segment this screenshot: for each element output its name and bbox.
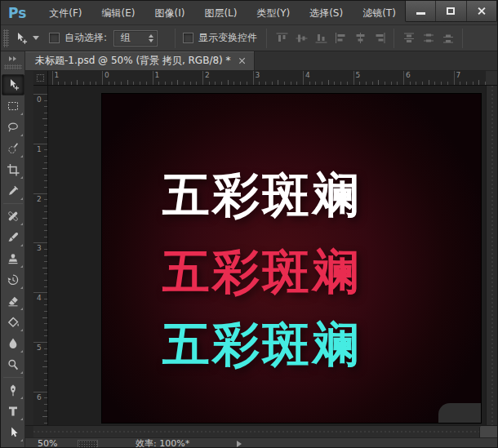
eyedropper-icon [7,184,20,197]
clone-stamp-icon [7,252,20,265]
tool-eraser[interactable] [2,291,24,312]
align-vertical-centers-icon [295,32,308,44]
double-arrow-icon [13,56,16,61]
move-icon [7,78,20,91]
tools-panel [1,51,25,448]
auto-select-target-dropdown[interactable]: 组 [113,30,158,47]
tool-brush[interactable] [2,227,24,248]
minimize-icon [416,12,425,15]
tool-move[interactable] [2,74,24,95]
close-button[interactable] [467,1,496,21]
align-left-edges-icon [334,32,347,44]
vertical-ruler[interactable]: 0123456 [33,86,48,425]
path-selection-icon [7,426,20,439]
pasteboard[interactable]: 五彩斑斓五彩斑斓五彩斑斓 [48,86,486,425]
tool-blur[interactable] [2,333,24,354]
tab-close-icon[interactable] [238,57,246,64]
auto-select-checkbox[interactable] [49,33,60,43]
maximize-icon [447,7,455,15]
tool-spot-healing-brush[interactable] [2,206,24,227]
tool-preset-picker[interactable] [14,32,39,45]
distribute-bottom-edges-button[interactable] [441,32,455,44]
options-separator [175,29,176,48]
tool-crop[interactable] [2,159,24,180]
type-icon [7,405,20,418]
menu-item-4[interactable]: 类型(Y) [247,1,300,25]
align-buttons-group [274,32,386,44]
align-top-edges-button[interactable] [274,32,288,44]
options-bar-grip[interactable] [3,29,9,47]
document-tab-title: 未标题-1.psd @ 50% (背景 拷贝, RGB/8) * [35,54,231,68]
align-vertical-centers-button[interactable] [294,32,308,44]
tool-list [2,74,24,443]
tool-history-brush[interactable] [2,269,24,291]
menu-item-5[interactable]: 选择(S) [300,1,353,25]
menu-item-0[interactable]: 文件(F) [39,1,91,25]
scrollbar-corner[interactable] [479,426,497,437]
tool-paint-bucket[interactable] [2,312,24,333]
status-expand-arrow-icon[interactable] [237,441,242,447]
show-transform-label: 显示变换控件 [198,31,257,45]
photoshop-logo: Ps [8,5,26,21]
brush-icon [7,231,20,244]
options-bar: 自动选择: 组 显示变换控件 [1,25,497,51]
pane-edge [25,426,33,437]
crop-icon [7,163,20,176]
tool-lasso[interactable] [2,117,24,138]
history-brush-icon [7,273,20,286]
distribute-vertical-centers-icon [422,32,435,44]
tool-clone-stamp[interactable] [2,248,24,269]
tool-rectangular-marquee[interactable] [2,95,24,117]
canvas-text-line-2: 五彩斑斓 [162,248,362,295]
distribute-vertical-centers-button[interactable] [421,32,435,44]
lasso-icon [7,121,20,134]
rectangular-marquee-icon [7,100,20,113]
quick-selection-icon [7,142,20,155]
minimize-button[interactable] [406,1,436,21]
tool-pen[interactable] [2,379,24,401]
document-tab[interactable]: 未标题-1.psd @ 50% (背景 拷贝, RGB/8) * [25,51,255,70]
tool-dodge[interactable] [2,354,24,375]
tool-path-selection[interactable] [2,422,24,443]
horizontal-ruler[interactable]: 101234567 [48,71,486,86]
maximize-button[interactable] [436,1,466,21]
pane-edge [25,71,33,86]
align-horizontal-centers-button[interactable] [353,32,367,44]
distribute-top-edges-icon [402,32,416,44]
align-bottom-edges-icon [314,32,327,44]
menu-item-1[interactable]: 编辑(E) [92,1,145,25]
window-controls [405,1,497,22]
tool-eyedropper[interactable] [2,180,24,202]
menu-item-6[interactable]: 滤镜(T) [353,1,406,25]
ruler-origin-corner[interactable] [33,71,48,86]
align-bottom-edges-button[interactable] [313,32,327,44]
menu-item-3[interactable]: 图层(L) [194,1,247,25]
spot-healing-brush-icon [7,210,20,223]
zoom-level-field[interactable]: 50% [38,438,65,448]
vertical-scrollbar[interactable] [486,86,497,425]
status-bar: 50% 效率: 100%* [25,437,497,448]
align-left-edges-button[interactable] [333,32,347,44]
document-tab-bar: 未标题-1.psd @ 50% (背景 拷贝, RGB/8) * [25,51,497,71]
distribute-bottom-edges-icon [442,32,455,44]
efficiency-readout: 效率: 100%* [136,437,189,448]
tools-panel-collapse[interactable] [1,51,24,62]
tool-quick-selection[interactable] [2,138,24,159]
scratch-preview-icon [78,440,98,448]
tool-type[interactable] [2,401,24,422]
tools-panel-grip[interactable] [4,64,22,69]
show-transform-checkbox[interactable] [183,33,193,43]
options-separator [266,29,267,48]
horizontal-scrollbar[interactable] [33,426,479,437]
distribute-top-edges-button[interactable] [402,32,416,44]
close-icon [477,7,486,16]
align-right-edges-button[interactable] [372,32,386,44]
align-top-edges-icon [275,32,288,44]
canvas-corner-widget [438,403,481,423]
menu-bar: Ps 文件(F)编辑(E)图像(I)图层(L)类型(Y)选择(S)滤镜(T)视图… [1,1,497,25]
canvas-text-line-1: 五彩斑斓 [162,171,362,219]
options-separator [394,29,394,48]
ruler-origin-icon [37,74,44,82]
canvas[interactable]: 五彩斑斓五彩斑斓五彩斑斓 [102,94,481,423]
menu-item-2[interactable]: 图像(I) [145,1,195,25]
